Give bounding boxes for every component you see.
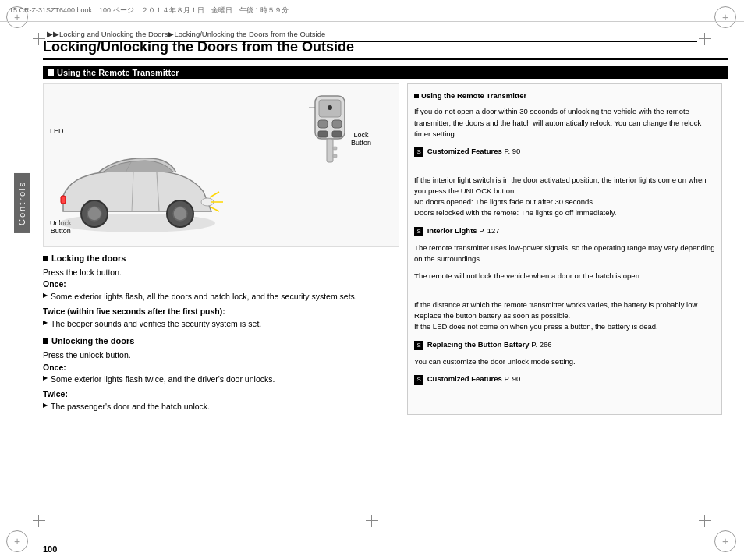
twice2-label: Twice: [43, 388, 399, 401]
ref3-text: Replacing the Button Battery [427, 340, 530, 349]
ref1-page: P. 90 [504, 147, 520, 155]
locking-desc: Press the lock button. [43, 267, 399, 279]
ref2: S Interior Lights P. 127 [414, 225, 715, 236]
ref2-text: Interior Lights [427, 226, 477, 235]
svg-rect-2 [318, 120, 328, 128]
ref2-icon: S [414, 227, 423, 236]
main-content: Locking/Unlocking the Doors from the Out… [43, 39, 728, 537]
ref4: S Customized Features P. 90 [414, 374, 715, 385]
ref3: S Replacing the Button Battery P. 266 [414, 339, 715, 350]
car-svg [48, 149, 227, 243]
svg-rect-8 [333, 147, 337, 150]
svg-point-14 [87, 207, 101, 221]
locking-square [43, 256, 48, 261]
header-bar: 15 CR-Z-31SZT6400.book 100 ページ ２０１４年８月１日… [0, 0, 744, 22]
page-title: Locking/Unlocking the Doors from the Out… [43, 39, 728, 60]
twice-text: The beeper sounds and verifies the secur… [43, 318, 399, 331]
right-para5: If the distance at which the remote tran… [414, 289, 715, 333]
ref3-icon: S [414, 341, 423, 350]
right-para3: The remote transmitter uses low-power si… [414, 243, 715, 265]
key-fob-svg [309, 92, 352, 170]
page-number: 100 [43, 544, 57, 554]
unlocking-square [43, 338, 48, 344]
svg-rect-18 [61, 196, 66, 204]
file-info: 15 CR-Z-31SZT6400.book 100 ページ ２０１４年８月１日… [9, 5, 289, 16]
sidebar-label: Controls [14, 173, 30, 233]
right-section-square [414, 94, 419, 98]
twice2-text: The passenger's door and the hatch unloc… [43, 401, 399, 413]
section-header: Using the Remote Transmitter [43, 66, 728, 79]
sidebar-controls: Controls [0, 125, 43, 281]
right-column: Using the Remote Transmitter If you do n… [407, 83, 722, 415]
svg-point-6 [328, 105, 332, 110]
unlocking-title: Unlocking the doors [43, 335, 399, 348]
svg-rect-4 [318, 131, 328, 137]
illustration-area: LED Unlock Button Lock Button [43, 83, 399, 247]
svg-rect-3 [332, 120, 342, 128]
ref3-page: P. 266 [531, 340, 551, 349]
ref2-page: P. 127 [479, 226, 499, 235]
svg-point-16 [173, 207, 187, 221]
content-columns: LED Unlock Button Lock Button [43, 83, 728, 415]
right-para4: The remote will not lock the vehicle whe… [414, 271, 715, 282]
unlocking-desc: Press the unlock button. [43, 349, 399, 362]
ref4-icon: S [414, 375, 423, 385]
once2-label: Once: [43, 362, 399, 374]
section-header-square [48, 69, 54, 76]
ref4-page: P. 90 [504, 374, 520, 383]
corner-decoration-bl [6, 530, 30, 554]
once-label: Once: [43, 278, 399, 291]
twice-label: Twice (within five seconds after the fir… [43, 306, 399, 318]
svg-rect-7 [327, 139, 333, 162]
lock-label: Lock Button [351, 131, 371, 147]
svg-rect-9 [333, 154, 337, 158]
led-label: LED [50, 127, 64, 135]
ref1-text: Customized Features [427, 147, 502, 155]
right-para6: You can customize the door unlock mode s… [414, 356, 715, 367]
right-section-title: Using the Remote Transmitter [414, 90, 715, 101]
text-content: Locking the doors Press the lock button.… [43, 252, 399, 413]
svg-line-21 [210, 192, 219, 197]
once2-text: Some exterior lights flash twice, and th… [43, 374, 399, 386]
once-text: Some exterior lights flash, all the door… [43, 291, 399, 303]
right-para2: If the interior light switch is in the d… [414, 163, 715, 218]
ref4-text: Customized Features [427, 374, 502, 383]
locking-title: Locking the doors [43, 252, 399, 265]
right-para1: If you do not open a door within 30 seco… [414, 106, 715, 140]
ref1-icon: S [414, 147, 423, 157]
svg-rect-5 [332, 131, 342, 137]
ref1: S Customized Features P. 90 [414, 146, 715, 157]
left-column: LED Unlock Button Lock Button [43, 83, 399, 415]
